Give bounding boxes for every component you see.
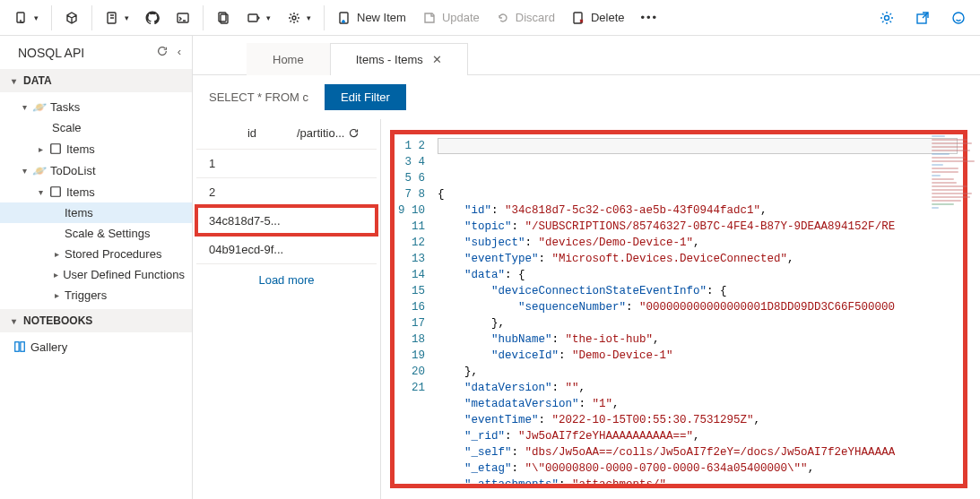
- tree-db-tasks[interactable]: ▾🪐Tasks: [0, 96, 192, 117]
- list-item[interactable]: 1: [196, 149, 377, 177]
- code-area[interactable]: { "id": "34c818d7-5c32-c063-ae5b-43f0944…: [432, 134, 963, 484]
- new-dropdown-button[interactable]: ▾: [7, 4, 46, 32]
- section-data[interactable]: ▾ DATA: [0, 69, 192, 92]
- sidebar-title: NOSQL API ‹: [0, 36, 192, 69]
- svg-point-11: [953, 13, 964, 23]
- svg-rect-14: [15, 342, 19, 352]
- gallery-icon: [13, 340, 27, 354]
- tab-home[interactable]: Home: [247, 43, 330, 75]
- refresh-icon[interactable]: [348, 127, 360, 139]
- settings-gear-button[interactable]: ▾: [280, 4, 318, 32]
- chevron-down-icon: ▾: [9, 316, 18, 326]
- update-button[interactable]: Update: [415, 4, 487, 32]
- container-icon: [48, 185, 63, 199]
- svg-point-9: [885, 15, 889, 20]
- list-item-selected[interactable]: 34c818d7-5...: [196, 206, 377, 235]
- col-header-id[interactable]: id: [207, 126, 297, 140]
- svg-rect-15: [21, 342, 24, 352]
- tree-scale-settings[interactable]: Scale & Settings: [0, 223, 192, 244]
- edit-filter-button[interactable]: Edit Filter: [325, 84, 406, 110]
- svg-point-6: [292, 16, 296, 20]
- json-editor: 1 2 3 4 5 6 7 8 9 10 11 12 13 14 15 16 1…: [381, 119, 980, 499]
- svg-rect-13: [51, 187, 61, 197]
- svg-rect-12: [51, 144, 61, 154]
- tree-items-tasks[interactable]: ▸Items: [0, 138, 192, 159]
- open-external-icon[interactable]: [908, 4, 937, 32]
- feedback-smile-icon[interactable]: [944, 4, 973, 32]
- upload-button[interactable]: ▾: [239, 4, 278, 32]
- section-notebooks[interactable]: ▾ NOTEBOOKS: [0, 309, 192, 332]
- database-icon: 🪐: [32, 163, 47, 177]
- svg-rect-5: [248, 14, 257, 22]
- delete-button[interactable]: Delete: [564, 4, 632, 32]
- refresh-icon[interactable]: [156, 45, 169, 60]
- query-text: SELECT * FROM c: [209, 90, 308, 104]
- tab-bar: Home Items - Items✕: [193, 36, 980, 75]
- tree-db-todolist[interactable]: ▾🪐ToDoList: [0, 159, 192, 181]
- tree-scale[interactable]: Scale: [0, 117, 192, 138]
- item-list-panel: id /partitio... 1 2 34c818d7-5... 04b91e…: [193, 119, 381, 499]
- tree-container-items[interactable]: ▾Items: [0, 181, 192, 202]
- tree-udfs[interactable]: ▸User Defined Functions: [0, 264, 192, 285]
- load-more-link[interactable]: Load more: [196, 263, 377, 296]
- content-area: Home Items - Items✕ SELECT * FROM c Edit…: [193, 36, 980, 499]
- close-icon[interactable]: ✕: [432, 53, 442, 66]
- tree-stored-procs[interactable]: ▸Stored Procedures: [0, 244, 192, 264]
- terminal-icon-button[interactable]: [169, 4, 197, 32]
- save-all-button[interactable]: [209, 4, 238, 32]
- cube-icon-button[interactable]: [57, 4, 86, 32]
- top-toolbar: ▾ ▾ ▾ ▾ New Item Update Discard Delete •…: [0, 0, 980, 36]
- more-button[interactable]: •••: [633, 4, 665, 32]
- open-notebook-button[interactable]: ▾: [98, 4, 136, 32]
- container-icon: [48, 142, 63, 156]
- line-gutter: 1 2 3 4 5 6 7 8 9 10 11 12 13 14 15 16 1…: [395, 134, 432, 484]
- chevron-down-icon: ▾: [9, 76, 18, 86]
- github-icon-button[interactable]: [138, 4, 167, 32]
- col-header-partition[interactable]: /partitio...: [297, 126, 366, 140]
- list-item[interactable]: 04b91ecd-9f...: [196, 235, 377, 263]
- query-bar: SELECT * FROM c Edit Filter: [193, 75, 980, 119]
- settings-icon[interactable]: [872, 4, 901, 32]
- tree-triggers[interactable]: ▸Triggers: [0, 285, 192, 305]
- database-icon: 🪐: [32, 99, 47, 114]
- list-item[interactable]: 2: [196, 177, 377, 206]
- tab-items[interactable]: Items - Items✕: [330, 43, 468, 75]
- tree-gallery[interactable]: Gallery: [0, 336, 192, 357]
- new-item-button[interactable]: New Item: [330, 4, 413, 32]
- discard-button[interactable]: Discard: [489, 4, 562, 32]
- tree-leaf-items[interactable]: Items: [0, 202, 192, 223]
- sidebar: NOSQL API ‹ ▾ DATA ▾🪐Tasks Scale ▸Items …: [0, 36, 193, 499]
- collapse-icon[interactable]: ‹: [178, 45, 181, 60]
